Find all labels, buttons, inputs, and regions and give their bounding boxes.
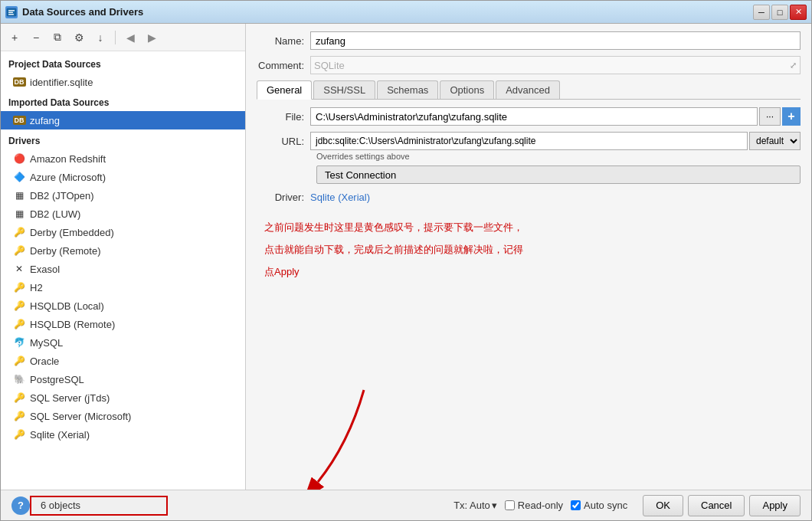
main-window: Data Sources and Drivers ─ □ ✕ + − ⧉ ⚙ ↓… [0,0,812,521]
driver-label-text: Driver: [257,192,310,203]
apply-button[interactable]: Apply [749,495,801,516]
tab-advanced[interactable]: Advanced [496,80,560,99]
autosync-checkbox[interactable] [571,500,581,510]
add-button[interactable]: + [5,28,24,47]
driver-sqlserver-jtds[interactable]: 🔑 SQL Server (jTds) [1,388,245,407]
main-content: + − ⧉ ⚙ ↓ ◀ ▶ Project Data Sources DB id… [1,24,811,490]
toolbar: + − ⧉ ⚙ ↓ ◀ ▶ [1,24,245,51]
driver-sqlserver-microsoft[interactable]: 🔑 SQL Server (Microsoft) [1,407,245,425]
svg-rect-3 [8,14,14,15]
driver-label: Derby (Remote) [30,245,100,257]
driver-icon: 🐘 [13,373,25,385]
tree-item-label: identifier.sqlite [30,77,93,88]
driver-icon: 🔑 [13,244,25,257]
forward-button[interactable]: ▶ [142,28,161,47]
driver-label: Derby (Embedded) [30,227,114,238]
test-connection-label: Test Connection [325,169,396,181]
url-input[interactable] [310,132,748,150]
tab-schemas[interactable]: Schemas [377,80,438,99]
imported-sources-label: Imported Data Sources [1,91,245,111]
tab-general[interactable]: General [257,80,312,100]
tx-dropdown-icon[interactable]: ▾ [492,500,497,511]
sqlite-icon: DB [13,76,25,88]
left-tree: Project Data Sources DB identifier.sqlit… [1,51,245,490]
copy-button[interactable]: ⧉ [48,28,67,47]
driver-icon: ▦ [13,189,25,202]
driver-label: DB2 (JTOpen) [30,190,94,202]
maximize-button[interactable]: □ [771,5,788,20]
close-button[interactable]: ✕ [790,5,807,20]
annotation-arrow [303,382,425,490]
bottom-bar: ? 6 objects Tx: Auto ▾ Read-only Auto sy… [1,490,811,520]
name-row: Name: [257,31,801,50]
driver-link[interactable]: Sqlite (Xerial) [310,192,370,203]
driver-icon: ✕ [13,263,25,275]
name-input[interactable] [310,31,801,50]
help-button[interactable]: ? [11,496,30,515]
driver-hsqldb-local[interactable]: 🔑 HSQLDB (Local) [1,297,245,315]
window-title: Data Sources and Drivers [22,6,143,18]
tab-options[interactable]: Options [440,80,494,99]
title-bar-left: Data Sources and Drivers [5,6,143,18]
driver-oracle[interactable]: 🔑 Oracle [1,352,245,370]
autosync-group: Auto sync [571,500,627,511]
driver-icon: 🔑 [13,318,25,330]
driver-row: Driver: Sqlite (Xerial) [257,192,801,203]
svg-rect-2 [8,11,13,13]
expand-icon: ⤢ [790,61,797,70]
test-connection-button[interactable]: Test Connection [316,165,801,184]
comment-placeholder: SQLite [314,60,345,71]
import-button[interactable]: ↓ [91,28,110,47]
file-browse-button[interactable]: ··· [759,107,781,126]
annotation-text: 之前问题发生时这里是黄色感叹号，提示要下载一些文件， 点击就能自动下载，完成后之… [264,215,793,281]
driver-label: SQL Server (Microsoft) [30,411,131,422]
driver-label: H2 [30,282,43,293]
driver-postgresql[interactable]: 🐘 PostgreSQL [1,370,245,388]
file-add-button[interactable]: + [782,107,801,126]
driver-label: Amazon Redshift [30,153,106,165]
driver-sqlite-xerial[interactable]: 🔑 Sqlite (Xerial) [1,425,245,444]
ok-button[interactable]: OK [643,495,683,516]
driver-icon: 🔑 [13,428,25,441]
comment-row: Comment: SQLite ⤢ [257,56,801,74]
bottom-right: Tx: Auto ▾ Read-only Auto sync OK Cancel… [453,495,801,516]
driver-icon: 🔑 [13,226,25,238]
url-mode-select[interactable]: default [749,132,801,150]
remove-button[interactable]: − [27,28,45,47]
driver-mysql[interactable]: 🐬 MySQL [1,333,245,352]
driver-label: HSQLDB (Local) [30,300,104,312]
settings-button[interactable]: ⚙ [70,28,88,47]
driver-icon: ▦ [13,208,25,220]
url-row: URL: default [257,132,801,150]
driver-derby-remote[interactable]: 🔑 Derby (Remote) [1,241,245,260]
driver-hsqldb-remote[interactable]: 🔑 HSQLDB (Remote) [1,315,245,333]
cancel-button[interactable]: Cancel [688,495,745,516]
driver-amazon-redshift[interactable]: 🔴 Amazon Redshift [1,149,245,168]
driver-label: SQL Server (jTds) [30,392,110,404]
driver-h2[interactable]: 🔑 H2 [1,278,245,297]
left-panel: + − ⧉ ⚙ ↓ ◀ ▶ Project Data Sources DB id… [1,24,246,490]
annotation-line2: 点击就能自动下载，完成后之前描述的问题就解决啦，记得 [264,244,523,255]
driver-icon: 🔴 [13,152,25,165]
driver-derby-embedded[interactable]: 🔑 Derby (Embedded) [1,223,245,241]
tree-item-identifier[interactable]: DB identifier.sqlite [1,73,245,91]
driver-db2-luw[interactable]: ▦ DB2 (LUW) [1,205,245,223]
driver-icon: 🔑 [13,392,25,404]
driver-db2-jtopen[interactable]: ▦ DB2 (JTOpen) [1,186,245,205]
driver-azure[interactable]: 🔷 Azure (Microsoft) [1,168,245,186]
file-input[interactable] [310,107,758,126]
tree-item-zufang[interactable]: DB zufang [1,111,245,129]
readonly-checkbox[interactable] [505,500,515,510]
dialog-buttons: OK Cancel Apply [643,495,801,516]
file-label: File: [257,111,310,123]
driver-exasol[interactable]: ✕ Exasol [1,260,245,278]
driver-label: MySQL [30,337,63,349]
comment-field[interactable]: SQLite ⤢ [310,56,801,74]
driver-label: Sqlite (Xerial) [30,429,90,441]
toolbar-separator [115,31,116,44]
driver-label: Azure (Microsoft) [30,172,106,183]
back-button[interactable]: ◀ [121,28,139,47]
annotation-line3: 点Apply [264,266,300,277]
minimize-button[interactable]: ─ [753,5,770,20]
tab-ssh-ssl[interactable]: SSH/SSL [313,80,375,99]
